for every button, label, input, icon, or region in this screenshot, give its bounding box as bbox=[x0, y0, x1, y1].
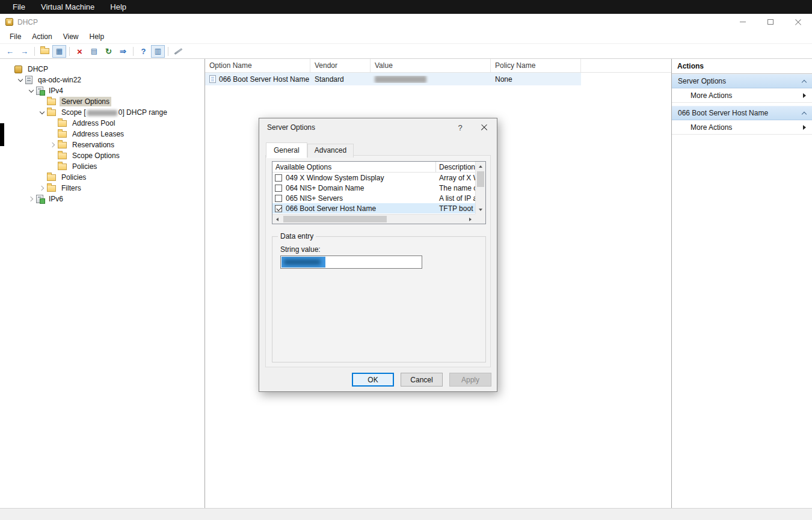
menu-view[interactable]: View bbox=[58, 31, 84, 42]
redacted-selected-text bbox=[281, 257, 325, 268]
tree-item-filters[interactable]: Filters bbox=[0, 183, 205, 194]
actions-pane-title: Actions bbox=[672, 59, 812, 74]
menu-file[interactable]: File bbox=[4, 31, 26, 42]
tree-item-server-options[interactable]: Server Options bbox=[0, 96, 205, 107]
apply-button[interactable]: Apply bbox=[449, 373, 491, 387]
properties-button[interactable]: ▤ bbox=[87, 45, 101, 58]
folder-icon bbox=[58, 164, 67, 170]
minimize-button[interactable] bbox=[729, 14, 757, 30]
tree-item-policies[interactable]: Policies bbox=[0, 172, 205, 183]
horizontal-scrollbar[interactable] bbox=[272, 214, 475, 224]
vertical-scrollbar[interactable] bbox=[475, 162, 485, 214]
tree-item-server[interactable]: qa-odc-win22 bbox=[0, 75, 205, 85]
collapse-expander-icon[interactable] bbox=[37, 183, 47, 193]
string-value-label: String value: bbox=[280, 245, 321, 254]
tree-item-scope[interactable]: Scope [0] DHCP range bbox=[0, 107, 205, 118]
column-header-available-options[interactable]: Available Options bbox=[272, 162, 436, 172]
help-button[interactable]: ? bbox=[137, 45, 150, 58]
refresh-button[interactable]: ↻ bbox=[102, 45, 115, 58]
show-action-pane-button[interactable]: ▥ bbox=[151, 45, 165, 58]
scroll-down-arrow[interactable] bbox=[476, 205, 485, 214]
option-row-049[interactable]: 049 X Window System Display Array of X W bbox=[272, 173, 475, 183]
option-row-066[interactable]: 066 Boot Server Host Name TFTP boot s bbox=[272, 203, 475, 213]
more-actions-server-options[interactable]: More Actions bbox=[672, 88, 812, 103]
scroll-up-arrow[interactable] bbox=[476, 162, 485, 171]
collapse-expander-icon[interactable] bbox=[48, 140, 58, 150]
collapse-expander-icon[interactable] bbox=[37, 108, 47, 117]
export-list-button[interactable]: ⇒ bbox=[116, 45, 130, 58]
tree-item-address-pool[interactable]: Address Pool bbox=[0, 118, 205, 129]
collapse-chevron-icon[interactable] bbox=[802, 111, 807, 116]
console-tree-pane: DHCP qa-odc-win22 IPv4 Server Options Sc… bbox=[0, 59, 205, 508]
set-credentials-button[interactable] bbox=[171, 45, 185, 58]
tab-page-general: Available Options Description 049 X Wind… bbox=[265, 155, 491, 367]
column-header-option-name[interactable]: Option Name bbox=[205, 59, 310, 72]
menu-help[interactable]: Help bbox=[84, 31, 110, 42]
ok-button[interactable]: OK bbox=[352, 373, 394, 387]
option-name: 066 Boot Server Host Name bbox=[286, 204, 435, 213]
delete-button[interactable]: × bbox=[73, 45, 87, 58]
collapse-expander-icon[interactable] bbox=[26, 194, 36, 204]
folder-icon bbox=[47, 109, 56, 116]
toolbar-separator bbox=[34, 47, 35, 56]
checkbox-unchecked[interactable] bbox=[275, 185, 282, 192]
column-header-policy-name[interactable]: Policy Name bbox=[491, 59, 581, 72]
close-button[interactable] bbox=[784, 14, 812, 30]
option-icon bbox=[209, 75, 216, 83]
tree-item-scope-policies[interactable]: Policies bbox=[0, 161, 205, 172]
option-row-064[interactable]: 064 NIS+ Domain Name The name o bbox=[272, 183, 475, 193]
back-button[interactable]: ← bbox=[3, 45, 17, 58]
tree-item-label: Reservations bbox=[70, 140, 116, 150]
vertical-scroll-thumb[interactable] bbox=[477, 171, 484, 187]
option-name: 065 NIS+ Servers bbox=[286, 194, 435, 203]
menu-action[interactable]: Action bbox=[26, 31, 57, 42]
vm-menu-help[interactable]: Help bbox=[102, 0, 134, 14]
toolbar-separator bbox=[133, 47, 134, 56]
tree-item-scope-options[interactable]: Scope Options bbox=[0, 150, 205, 161]
tree-item-ipv4[interactable]: IPv4 bbox=[0, 85, 205, 96]
horizontal-scroll-thumb[interactable] bbox=[283, 216, 387, 222]
screen-artifact bbox=[0, 123, 4, 146]
vm-menu-file[interactable]: File bbox=[5, 0, 33, 14]
option-row-065[interactable]: 065 NIS+ Servers A list of IP a bbox=[272, 193, 475, 203]
collapse-chevron-icon[interactable] bbox=[802, 79, 807, 84]
tree-item-ipv6[interactable]: IPv6 bbox=[0, 194, 205, 204]
toolbar-separator bbox=[69, 47, 70, 56]
folder-icon bbox=[58, 142, 67, 148]
scope-label-suffix: 0] DHCP range bbox=[118, 108, 167, 117]
scroll-left-arrow[interactable] bbox=[272, 215, 282, 224]
scroll-right-arrow[interactable] bbox=[466, 215, 475, 224]
list-row-066-boot-server-host-name[interactable]: 066 Boot Server Host Name Standard None bbox=[205, 73, 581, 85]
submenu-arrow-icon bbox=[803, 125, 806, 130]
dialog-close-button[interactable] bbox=[472, 118, 497, 136]
list-header: Option Name Vendor Value Policy Name bbox=[205, 59, 671, 73]
collapse-expander-icon[interactable] bbox=[26, 86, 36, 96]
up-one-level-button[interactable] bbox=[38, 45, 52, 58]
cancel-button[interactable]: Cancel bbox=[401, 373, 443, 387]
folder-icon bbox=[47, 174, 56, 181]
checkbox-checked[interactable] bbox=[275, 205, 282, 212]
tree-item-reservations[interactable]: Reservations bbox=[0, 139, 205, 150]
tab-advanced[interactable]: Advanced bbox=[307, 144, 354, 158]
maximize-button[interactable] bbox=[757, 14, 784, 30]
checkbox-unchecked[interactable] bbox=[275, 174, 282, 182]
more-actions-066[interactable]: More Actions bbox=[672, 120, 812, 135]
data-entry-group: Data entry String value: bbox=[272, 236, 486, 362]
tab-general[interactable]: General bbox=[266, 142, 307, 158]
forward-button[interactable]: → bbox=[17, 45, 31, 58]
server-icon bbox=[25, 76, 32, 84]
column-header-value[interactable]: Value bbox=[371, 59, 491, 72]
string-value-input[interactable] bbox=[280, 255, 422, 269]
checkbox-unchecked[interactable] bbox=[275, 195, 282, 202]
dialog-help-button[interactable]: ? bbox=[449, 118, 472, 136]
vm-menu-virtual-machine[interactable]: Virtual Machine bbox=[33, 0, 102, 14]
show-console-tree-button[interactable]: ▦ bbox=[52, 45, 66, 58]
collapse-expander-icon[interactable] bbox=[16, 75, 25, 85]
section-header-label: Server Options bbox=[678, 77, 726, 85]
tree-item-address-leases[interactable]: Address Leases bbox=[0, 129, 205, 139]
actions-section-server-options[interactable]: Server Options bbox=[672, 74, 812, 88]
tree-item-dhcp-root[interactable]: DHCP bbox=[0, 64, 205, 75]
vendor-cell: Standard bbox=[310, 75, 371, 84]
column-header-vendor[interactable]: Vendor bbox=[310, 59, 371, 72]
actions-section-066-boot-server-host-name[interactable]: 066 Boot Server Host Name bbox=[672, 106, 812, 120]
